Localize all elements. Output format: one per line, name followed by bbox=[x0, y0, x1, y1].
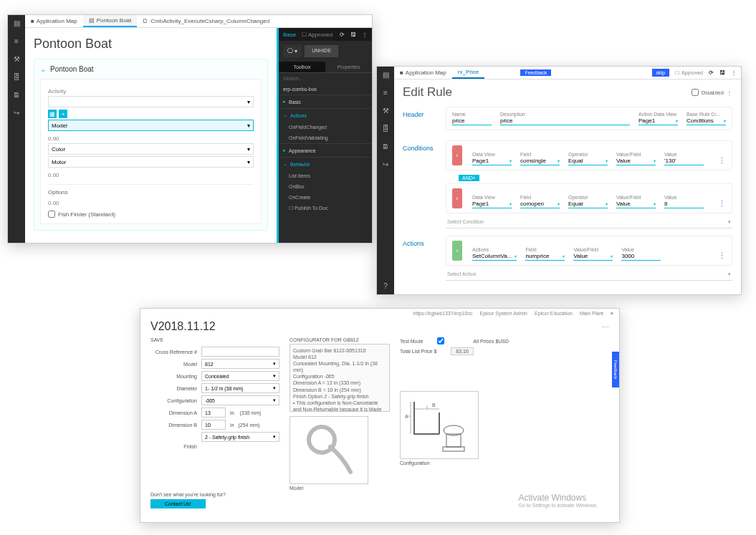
dataview-select[interactable]: Page1▾ bbox=[472, 200, 512, 208]
row-more-icon[interactable]: ⋮ bbox=[718, 199, 726, 208]
and-button[interactable]: AND+ bbox=[459, 175, 479, 181]
item-onfieldvalidating[interactable]: OnFieldValidating bbox=[279, 132, 372, 143]
diameter-select[interactable]: 1- 1/2 in (38 mm)▾ bbox=[201, 383, 279, 393]
tool-icon[interactable]: ⚒ bbox=[383, 107, 389, 115]
drag-handle[interactable]: ‹ bbox=[452, 188, 462, 208]
nav-icon[interactable]: ≡ bbox=[14, 37, 19, 45]
svg-text:A: A bbox=[405, 414, 408, 419]
page-title: Edit Rule bbox=[403, 85, 452, 100]
actionview-select[interactable]: Page1▾ bbox=[638, 117, 678, 125]
state-base[interactable]: Base bbox=[283, 32, 296, 38]
value-input[interactable]: 3000 bbox=[621, 252, 661, 261]
select-condition[interactable]: Select Condition bbox=[447, 219, 484, 225]
contact-button[interactable]: Contact Us! bbox=[150, 499, 206, 509]
model-select[interactable]: Model▾ bbox=[48, 120, 254, 131]
home-icon[interactable]: ▤ bbox=[14, 19, 20, 27]
valuefield-select[interactable]: Value▾ bbox=[616, 200, 656, 208]
operator-select[interactable]: Equal▾ bbox=[568, 200, 608, 208]
tool-icon[interactable]: ⚒ bbox=[14, 55, 20, 63]
dataview-select[interactable]: Page1▾ bbox=[472, 157, 512, 165]
field-select[interactable]: comopen▾ bbox=[520, 200, 560, 208]
save-button[interactable]: SAVE bbox=[150, 337, 279, 342]
section-actions[interactable]: ⌄Actions bbox=[279, 108, 372, 122]
export-icon[interactable]: ↪ bbox=[14, 109, 19, 117]
more-icon[interactable]: ⋮ bbox=[362, 32, 368, 38]
value-input[interactable]: '130' bbox=[664, 157, 704, 165]
feedback-button[interactable]: Feedback bbox=[520, 69, 551, 76]
item-publish[interactable]: ☐ Publish To Doc bbox=[279, 203, 372, 214]
field-select[interactable]: comsingle▾ bbox=[520, 157, 560, 165]
select-action[interactable]: Select Action bbox=[447, 271, 476, 277]
refresh-icon[interactable]: ⟳ bbox=[340, 32, 345, 38]
disabled-checkbox[interactable] bbox=[692, 89, 699, 96]
db-icon[interactable]: 🗄 bbox=[13, 73, 20, 81]
fish-checkbox[interactable] bbox=[48, 211, 55, 218]
db-icon[interactable]: 🗄 bbox=[382, 125, 389, 132]
tab-activity[interactable]: 🗋 CmbActivity_ExecuteCsharp_ColumnChange… bbox=[137, 15, 275, 27]
field-select[interactable]: numprice▾ bbox=[525, 252, 565, 261]
finish-select[interactable]: 2 - Safety-grip finish▾ bbox=[201, 432, 279, 442]
valuefield-select[interactable]: Value▾ bbox=[616, 157, 656, 165]
section-basic[interactable]: ▸Basic bbox=[279, 95, 372, 108]
skip-button[interactable]: skip bbox=[652, 69, 669, 77]
test-mode-checkbox[interactable] bbox=[437, 337, 444, 344]
item-oncreate[interactable]: OnCreate bbox=[279, 192, 372, 203]
dima-input[interactable]: 13 bbox=[201, 408, 226, 418]
section-appearance[interactable]: ▸Appearance bbox=[279, 143, 372, 157]
activity-select[interactable]: ▾ bbox=[48, 96, 254, 107]
home-icon[interactable]: ▤ bbox=[383, 71, 389, 79]
save-icon[interactable]: 🖫 bbox=[350, 32, 356, 38]
item-onfieldchanged[interactable]: OnFieldChanged bbox=[279, 122, 372, 132]
refresh-icon[interactable]: ⟳ bbox=[709, 69, 714, 76]
help-icon[interactable]: ? bbox=[383, 282, 388, 290]
feedback-tab[interactable]: Feedback bbox=[612, 352, 619, 387]
mounting-select[interactable]: Concealed▾ bbox=[201, 371, 279, 381]
more-icon[interactable]: ⋯ bbox=[602, 323, 609, 331]
config-image: A B bbox=[400, 391, 479, 459]
valuefield-select[interactable]: Value▾ bbox=[573, 252, 613, 261]
export-icon[interactable]: ↪ bbox=[383, 160, 388, 168]
item-listitems[interactable]: List Items bbox=[279, 170, 372, 181]
tab-price[interactable]: rx_Price bbox=[452, 67, 484, 79]
tab-app-map[interactable]: ■ Application Map bbox=[394, 67, 452, 79]
more-icon[interactable]: ⋮ bbox=[731, 69, 737, 76]
approved-toggle[interactable]: ☐ Approved bbox=[675, 70, 703, 76]
tab-app-map[interactable]: ■ Application Map bbox=[25, 15, 83, 27]
more-icon[interactable]: ⋮ bbox=[727, 90, 732, 96]
doc-icon[interactable]: 🗎 bbox=[382, 143, 389, 150]
plant: Main Plant bbox=[580, 311, 603, 317]
color-select[interactable]: Color▾ bbox=[48, 143, 254, 155]
panetab-properties[interactable]: Properties bbox=[325, 62, 372, 72]
drag-handle[interactable]: ‹ bbox=[452, 241, 462, 261]
search-input[interactable]: Search... bbox=[279, 73, 372, 84]
save-icon[interactable]: 🖫 bbox=[719, 69, 725, 76]
drag-handle[interactable]: ‹ bbox=[452, 145, 462, 165]
row-more-icon[interactable]: ⋮ bbox=[718, 251, 726, 261]
nav-icon[interactable]: ≡ bbox=[383, 89, 388, 97]
item-onblur[interactable]: OnBlur bbox=[279, 181, 372, 192]
doc-icon[interactable]: 🗎 bbox=[13, 91, 20, 99]
cross-input[interactable] bbox=[201, 347, 279, 357]
total-label: Total List Price $ bbox=[400, 349, 436, 354]
state-approved[interactable]: ☐ Approved bbox=[302, 32, 332, 38]
motor-select[interactable]: Motor▾ bbox=[48, 156, 254, 168]
tab-pontoon[interactable]: ▤ Pontoon Boat bbox=[83, 15, 137, 27]
operator-select[interactable]: Equal▾ bbox=[568, 157, 608, 165]
baserule-select[interactable]: Conditions▾ bbox=[686, 117, 726, 125]
chevron-down-icon[interactable]: ⌄ bbox=[40, 65, 46, 73]
section-behavior[interactable]: ⌄Behavior bbox=[279, 157, 372, 170]
model-select[interactable]: 812▾ bbox=[201, 359, 279, 369]
action-select[interactable]: SetColumnVa...▾ bbox=[472, 252, 517, 261]
panetab-toolbox[interactable]: Toolbox bbox=[279, 62, 325, 72]
row-more-icon[interactable]: ⋮ bbox=[718, 156, 726, 165]
unhide-button[interactable]: UNHIDE bbox=[305, 45, 338, 57]
name-input[interactable]: price bbox=[452, 117, 492, 125]
card-title: Pontoon Boat bbox=[50, 65, 94, 73]
desc-input[interactable]: price bbox=[500, 117, 630, 125]
value-input[interactable]: 8 bbox=[664, 200, 704, 208]
device-button[interactable]: 🖵 ▾ bbox=[283, 45, 302, 57]
chip-add[interactable]: ▦ bbox=[48, 110, 57, 118]
dimb-input[interactable]: 10 bbox=[201, 420, 226, 430]
chip-plus[interactable]: + bbox=[59, 110, 67, 118]
config-select[interactable]: -005▾ bbox=[201, 395, 279, 405]
